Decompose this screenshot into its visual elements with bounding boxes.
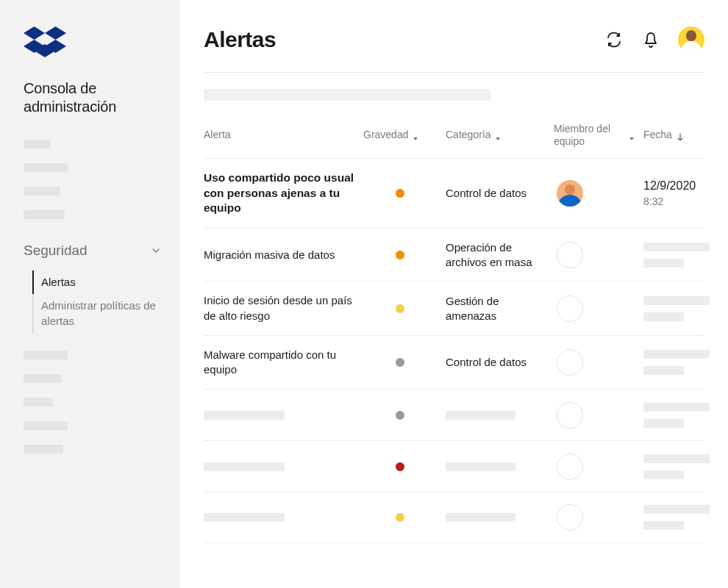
category-cell: Gestión de amenazas	[446, 294, 545, 323]
nav-sub-item-alertas[interactable]: Alertas	[32, 270, 163, 294]
th-severity-label: Gravedad	[363, 129, 408, 141]
nav-item-placeholder	[24, 445, 63, 453]
th-severity[interactable]: Gravedad	[363, 129, 437, 141]
alert-title: Uso compartido poco usual con personas a…	[204, 171, 354, 217]
console-title: Consola de administración	[24, 79, 163, 116]
member-cell	[554, 453, 635, 480]
cell-placeholder	[643, 470, 684, 479]
cell-placeholder	[643, 419, 684, 428]
severity-dot-icon	[396, 513, 404, 522]
nav-security-toggle[interactable]: Seguridad	[24, 240, 163, 262]
chevron-down-icon	[149, 244, 163, 257]
table-row[interactable]: Inicio de sesión desde un país de alto r…	[204, 281, 704, 335]
severity-cell	[363, 304, 437, 313]
severity-cell	[363, 358, 437, 367]
severity-dot-icon	[396, 411, 404, 420]
cell-placeholder	[643, 521, 684, 530]
main-content: Alertas	[180, 0, 728, 588]
th-member[interactable]: Miembro del equipo	[554, 123, 635, 148]
member-avatar-empty	[557, 453, 583, 480]
severity-dot-icon	[396, 304, 404, 313]
table-row[interactable]	[204, 492, 704, 543]
caret-down-icon	[629, 132, 635, 138]
th-alert[interactable]: Alerta	[204, 129, 354, 141]
alert-title: Malware compartido con tu equipo	[204, 348, 354, 378]
top-actions	[604, 26, 704, 53]
arrow-down-icon	[677, 132, 682, 138]
cell-placeholder	[643, 350, 710, 359]
nav-placeholder-group-2	[24, 351, 163, 453]
severity-cell	[363, 251, 437, 259]
date-cell	[643, 454, 710, 479]
page-title: Alertas	[204, 27, 276, 52]
nav-item-placeholder	[24, 187, 60, 196]
member-cell	[554, 349, 635, 376]
date-cell: 12/9/20208:32	[643, 179, 704, 207]
nav-item-placeholder	[24, 210, 65, 219]
nav-security-label: Seguridad	[24, 243, 88, 259]
cell-placeholder	[643, 259, 684, 268]
cell-placeholder	[643, 505, 710, 514]
cell-placeholder	[643, 366, 684, 375]
cell-placeholder	[446, 462, 515, 471]
category-cell: Operación de archivos en masa	[446, 240, 545, 269]
nav-item-placeholder	[24, 163, 68, 172]
member-cell	[554, 180, 635, 207]
member-cell	[554, 402, 635, 429]
alert-title: Migración masiva de datos	[204, 248, 354, 262]
table-row[interactable]: Migración masiva de datosOperación de ar…	[204, 228, 704, 281]
table-row[interactable]: Malware compartido con tu equipoControl …	[204, 335, 704, 390]
refresh-icon[interactable]	[604, 30, 624, 49]
table-header: Alerta Gravedad Categoría Miembro del eq…	[204, 123, 704, 158]
alerts-table: Alerta Gravedad Categoría Miembro del eq…	[204, 123, 704, 543]
member-avatar-empty	[557, 242, 583, 268]
date-cell	[643, 505, 710, 530]
caret-down-icon	[413, 132, 418, 138]
table-row[interactable]	[204, 389, 704, 440]
severity-dot-icon	[396, 189, 404, 198]
date-cell	[643, 403, 710, 428]
date-cell	[643, 350, 710, 375]
cell-placeholder	[643, 243, 710, 251]
cell-placeholder	[643, 454, 710, 463]
nav-item-placeholder	[24, 351, 68, 359]
severity-cell	[363, 462, 437, 471]
severity-dot-icon	[396, 462, 404, 471]
nav-item-placeholder	[24, 398, 53, 406]
severity-cell	[363, 189, 437, 198]
date-value: 12/9/2020	[643, 179, 704, 193]
member-avatar-empty	[557, 349, 583, 376]
th-alert-label: Alerta	[204, 129, 231, 141]
category-cell: Control de datos	[446, 186, 545, 201]
th-date[interactable]: Fecha	[643, 129, 704, 141]
member-cell	[554, 295, 635, 322]
severity-cell	[363, 411, 437, 420]
severity-dot-icon	[396, 358, 404, 367]
user-avatar[interactable]	[678, 26, 704, 53]
table-row[interactable]	[204, 440, 704, 492]
table-row[interactable]: Uso compartido poco usual con personas a…	[204, 158, 704, 229]
cell-placeholder	[643, 296, 710, 305]
severity-dot-icon	[396, 251, 404, 259]
top-bar: Alertas	[204, 26, 704, 53]
severity-cell	[363, 513, 437, 522]
cell-placeholder	[204, 462, 285, 471]
th-date-label: Fecha	[643, 129, 672, 141]
dropbox-logo-icon	[24, 26, 163, 63]
th-category[interactable]: Categoría	[446, 129, 545, 141]
caret-down-icon	[495, 132, 501, 138]
sidebar: Consola de administración Seguridad Aler…	[0, 0, 180, 588]
nav-item-placeholder	[24, 374, 62, 383]
nav-item-placeholder	[24, 421, 68, 430]
member-avatar-empty	[557, 295, 583, 322]
nav-sub-item-politicas[interactable]: Administrar políticas de alertas	[32, 294, 163, 333]
bell-icon[interactable]	[641, 30, 660, 49]
member-avatar[interactable]	[557, 180, 583, 207]
alert-title: Inicio de sesión desde un país de alto r…	[204, 293, 354, 323]
th-member-label: Miembro del equipo	[554, 123, 624, 148]
cell-placeholder	[643, 403, 710, 412]
member-avatar-empty	[557, 504, 583, 531]
cell-placeholder	[204, 411, 285, 420]
cell-placeholder	[643, 312, 684, 321]
member-avatar-empty	[557, 402, 583, 429]
